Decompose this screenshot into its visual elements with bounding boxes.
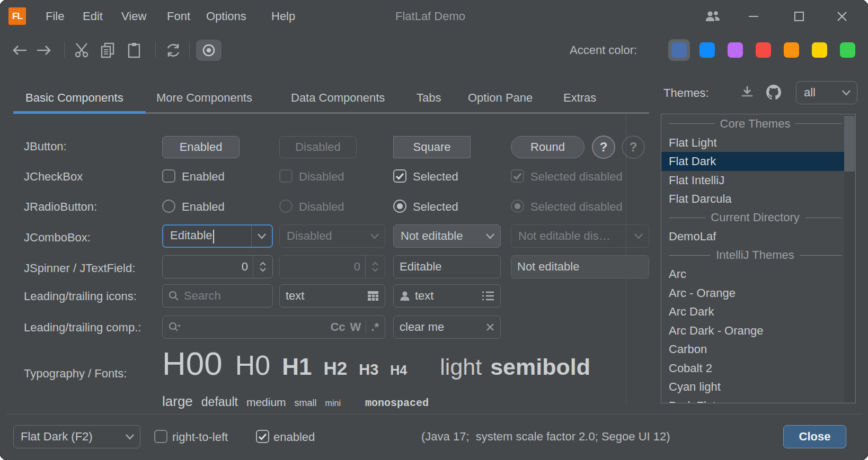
search-field-with-options[interactable]: Cc W .* [162,315,385,339]
jbutton-label: JButton: [24,140,67,154]
combobox-editable[interactable]: Editable [162,224,273,248]
textfield-editable[interactable]: Editable [393,255,501,278]
forward-button[interactable] [35,41,53,59]
accent-swatch-blue[interactable] [699,42,715,58]
theme-item-arc-orange[interactable]: Arc - Orange [661,284,855,303]
theme-item-dark-flat[interactable]: Dark Flat [661,396,855,404]
combobox-not-editable-value: Not editable [394,229,480,243]
themes-scrollbar-thumb[interactable] [844,116,855,172]
menu-font[interactable]: Font [167,10,190,23]
search-with-menu-icon[interactable] [169,322,181,332]
theme-item-demolaf[interactable]: DemoLaf [661,227,855,246]
typography-label: Typography / Fonts: [24,367,127,381]
github-button[interactable] [765,84,782,101]
textfield-value[interactable]: text [286,289,362,303]
enabled-checkbox[interactable] [256,430,269,443]
round-button[interactable]: Round [511,136,584,158]
checkbox-enabled[interactable] [162,169,175,183]
tab-option-pane[interactable]: Option Pane [468,91,533,105]
chevron-down-icon [480,225,500,247]
themes-filter-combobox[interactable]: all [796,81,857,104]
tab-data-components[interactable]: Data Components [291,91,385,105]
tab-more-components[interactable]: More Components [156,91,252,105]
rtl-checkbox[interactable] [154,430,167,443]
accent-swatch-orange[interactable] [784,42,799,58]
accent-swatch-yellow[interactable] [812,42,827,58]
square-button[interactable]: Square [393,136,471,158]
theme-item-carbon[interactable]: Carbon [661,340,855,359]
clearable-field-value[interactable]: clear me [400,320,481,334]
enabled-checkbox-label[interactable]: enabled [273,430,315,444]
close-window-button[interactable] [833,7,851,25]
checkbox-enabled-label[interactable]: Enabled [182,170,225,184]
tab-extras[interactable]: Extras [563,91,596,105]
theme-item-arc-dark-orange[interactable]: Arc Dark - Orange [661,321,855,340]
search-field[interactable]: Search [162,284,273,308]
regex-button[interactable]: .* [371,320,379,334]
download-themes-button[interactable] [740,85,755,100]
checkbox-selected-label[interactable]: Selected [413,170,458,184]
menu-file[interactable]: File [46,10,64,23]
cut-button[interactable] [73,41,91,59]
paste-button[interactable] [125,41,143,59]
lookandfeel-combobox[interactable]: Flat Dark (F2) [13,425,140,448]
rtl-checkbox-label[interactable]: right-to-left [172,430,228,444]
tab-tabs[interactable]: Tabs [417,91,441,105]
menu-options[interactable]: Options [206,10,246,23]
theme-item-arc[interactable]: Arc [661,265,855,284]
back-button[interactable] [11,41,29,59]
radio-enabled[interactable] [162,200,175,213]
inspect-toggle-button[interactable] [196,40,222,61]
checkbox-selected[interactable] [393,169,406,183]
radio-enabled-label[interactable]: Enabled [182,200,225,214]
menu-help[interactable]: Help [271,10,295,23]
theme-item-flat-light[interactable]: Flat Light [661,133,855,152]
spinner-value[interactable]: 0 [169,260,248,274]
theme-item-flat-darcula[interactable]: Flat Darcula [661,190,855,209]
tab-basic-components[interactable]: Basic Components [25,91,123,105]
themes-scrollbar[interactable] [844,115,855,402]
menu-view[interactable]: View [121,10,146,23]
search-placeholder[interactable]: Search [184,289,267,303]
textfield-calendar[interactable]: text [279,284,385,308]
clearable-field[interactable]: clear me [393,315,501,339]
match-case-button[interactable]: Cc [330,320,345,334]
heading-h0: H0 [235,351,270,379]
radio-selected-label[interactable]: Selected [413,200,458,214]
theme-item-cyan-light[interactable]: Cyan light [661,377,855,396]
refresh-button[interactable] [164,41,182,59]
radio-selected[interactable] [393,200,406,213]
accent-swatch-purple[interactable] [728,42,743,58]
table-icon [367,291,379,301]
copy-button[interactable] [99,41,117,59]
spinner-arrows[interactable] [253,256,272,278]
jspinner-label: JSpinner / JTextField: [24,261,135,275]
github-icon [765,84,782,101]
minimize-button[interactable] [745,7,763,25]
clear-icon[interactable] [486,323,494,331]
accent-swatch-green[interactable] [840,42,855,58]
textfield-value[interactable]: Editable [400,260,494,274]
theme-item-flat-dark[interactable]: Flat Dark [661,152,845,171]
textfield-value[interactable]: text [415,289,477,303]
users-button[interactable] [704,7,722,25]
menu-edit[interactable]: Edit [83,10,103,23]
accent-swatch-default[interactable] [671,42,687,58]
theme-item-flat-intellij[interactable]: Flat IntelliJ [661,171,855,190]
chevron-down-icon[interactable] [251,226,272,247]
spinner-enabled[interactable]: 0 [162,255,273,278]
whole-words-button[interactable]: W [350,320,361,334]
textfield-user-list[interactable]: text [393,284,501,308]
checkbox-disabled [279,169,293,183]
accent-swatch-red[interactable] [756,42,771,58]
theme-item-arc-dark[interactable]: Arc Dark [661,302,855,321]
theme-item-cobalt-2[interactable]: Cobalt 2 [661,359,855,378]
toolbar-separator [189,42,190,58]
combobox-not-editable[interactable]: Not editable [393,224,501,248]
help-button[interactable]: ? [592,136,615,159]
font-semibold-sample: semibold [490,356,590,378]
enabled-button[interactable]: Enabled [162,136,240,158]
paste-icon [127,42,141,58]
close-button[interactable]: Close [783,425,846,448]
maximize-button[interactable] [790,7,808,25]
